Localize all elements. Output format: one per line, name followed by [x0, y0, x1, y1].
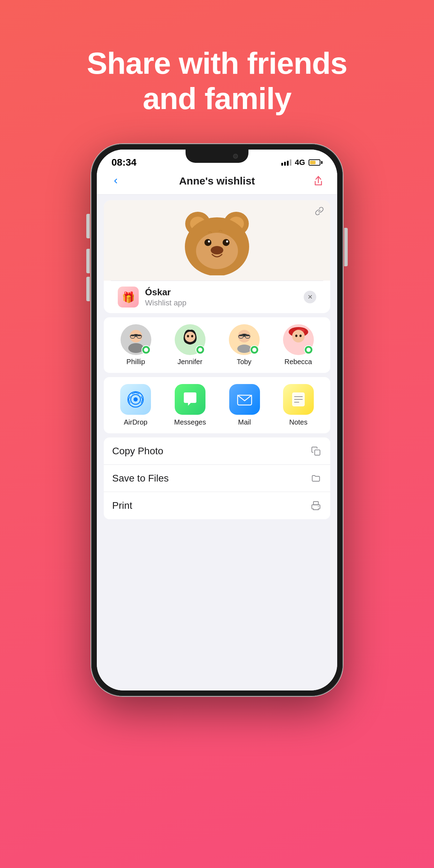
svg-rect-44 — [315, 450, 320, 455]
print-icon — [310, 500, 322, 512]
status-time: 08:34 — [111, 157, 137, 168]
share-app-label: Notes — [289, 418, 308, 426]
svg-point-21 — [191, 335, 193, 338]
avatar-wrap — [283, 324, 314, 355]
signal-bars — [281, 159, 291, 166]
svg-point-9 — [226, 240, 228, 243]
share-messages[interactable]: Messeges — [174, 384, 206, 426]
status-icons: 4G — [281, 158, 323, 167]
notch — [186, 150, 248, 163]
share-mail[interactable]: Mail — [229, 384, 260, 426]
headline-line2: and family — [143, 81, 291, 116]
svg-point-6 — [204, 239, 211, 246]
contact-name: Jennifer — [178, 358, 202, 366]
share-apps-row: AirDrop Messeges — [104, 377, 330, 433]
svg-point-20 — [187, 335, 189, 338]
phone-screen: 08:34 4G Anne's wish — [97, 150, 337, 690]
svg-point-34 — [299, 335, 302, 337]
action-save-files[interactable]: Save to Files — [104, 465, 330, 492]
svg-point-46 — [318, 506, 319, 507]
message-badge — [142, 345, 151, 354]
app-info-row: 🎁 Óskar Wishlist app ✕ — [111, 281, 323, 313]
app-navbar: Anne's wishlist — [97, 169, 337, 195]
airdrop-icon — [120, 384, 151, 415]
share-app-label: Mail — [238, 418, 251, 426]
link-icon[interactable] — [313, 205, 325, 217]
headline: Share with friends and family — [59, 45, 375, 116]
share-notes[interactable]: Notes — [283, 384, 314, 426]
app-info: 🎁 Óskar Wishlist app — [118, 287, 187, 308]
action-print[interactable]: Print — [104, 492, 330, 519]
action-copy-photo[interactable]: Copy Photo — [104, 437, 330, 465]
share-app-label: Messeges — [174, 418, 206, 426]
headline-line1: Share with friends — [87, 46, 347, 80]
phone-frame: 08:34 4G Anne's wish — [91, 144, 343, 696]
svg-point-38 — [133, 397, 138, 402]
svg-point-8 — [223, 239, 230, 246]
svg-point-33 — [295, 335, 297, 337]
contact-jennifer[interactable]: Jennifer — [175, 324, 205, 366]
svg-point-22 — [183, 345, 197, 354]
main-content: 🎁 Óskar Wishlist app ✕ — [97, 195, 337, 690]
action-label: Copy Photo — [112, 446, 163, 457]
action-label: Print — [112, 500, 132, 511]
svg-point-7 — [208, 240, 210, 243]
share-airdrop[interactable]: AirDrop — [120, 384, 151, 426]
avatar-wrap — [229, 324, 260, 355]
contact-toby[interactable]: Toby — [229, 324, 260, 366]
action-label: Save to Files — [112, 473, 169, 484]
contact-name: Phillip — [126, 358, 145, 366]
share-app-label: AirDrop — [124, 418, 147, 426]
share-button[interactable] — [311, 174, 325, 188]
app-icon: 🎁 — [118, 287, 139, 308]
svg-point-16 — [128, 343, 144, 353]
contact-rebecca[interactable]: Rebecca — [283, 324, 314, 366]
svg-point-10 — [211, 246, 223, 254]
message-badge — [304, 345, 313, 354]
svg-point-32 — [292, 330, 305, 342]
item-image — [104, 200, 330, 281]
item-card: 🎁 Óskar Wishlist app ✕ — [104, 200, 330, 313]
action-list: Copy Photo Save to Files — [104, 437, 330, 519]
notes-icon — [283, 384, 314, 415]
svg-rect-45 — [313, 502, 318, 505]
contact-name: Rebecca — [284, 358, 312, 366]
page-title: Anne's wishlist — [179, 175, 255, 187]
back-button[interactable] — [109, 174, 123, 188]
battery-indicator — [309, 159, 323, 166]
avatar-wrap — [175, 324, 205, 355]
network-type: 4G — [295, 158, 305, 167]
contacts-row: Phillip — [104, 317, 330, 373]
svg-point-35 — [291, 345, 305, 353]
contact-name: Toby — [237, 358, 251, 366]
avatar-wrap — [121, 324, 151, 355]
message-badge — [196, 345, 205, 354]
svg-point-28 — [237, 345, 251, 353]
contact-phillip[interactable]: Phillip — [121, 324, 151, 366]
messages-icon — [175, 384, 205, 415]
app-subtitle: Wishlist app — [145, 298, 187, 308]
front-camera — [233, 154, 238, 159]
mail-icon — [229, 384, 260, 415]
svg-point-19 — [185, 332, 195, 342]
app-name: Óskar — [145, 287, 187, 298]
message-badge — [250, 345, 259, 354]
copy-icon — [310, 445, 322, 457]
folder-icon — [310, 472, 322, 484]
close-button[interactable]: ✕ — [304, 291, 316, 303]
